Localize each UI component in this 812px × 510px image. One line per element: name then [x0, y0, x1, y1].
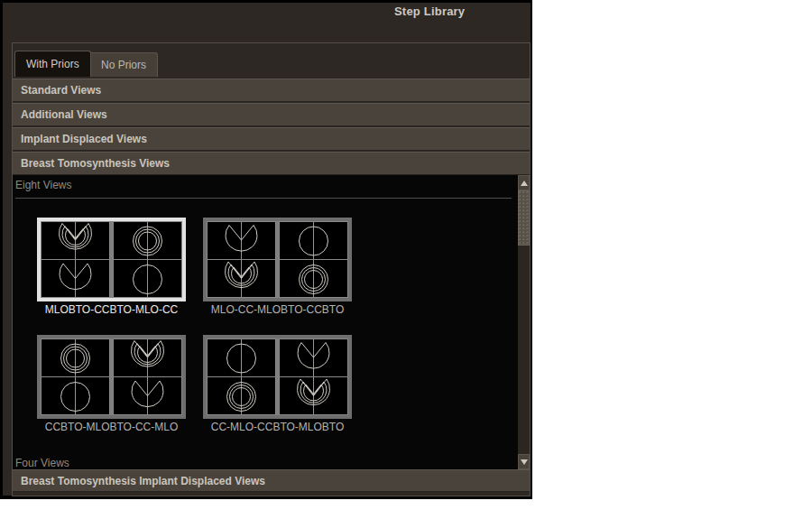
thumbnail-left-pane: [41, 338, 110, 415]
thumbnail-left-pane: [207, 338, 276, 415]
group-label-eight-views: Eight Views: [15, 179, 71, 191]
accordion-section-breast-tomosynthesis-implant-displaced-views[interactable]: Breast Tomosynthesis Implant Displaced V…: [13, 469, 530, 492]
accordion-section-breast-tomosynthesis-views[interactable]: Breast Tomosynthesis Views: [13, 152, 530, 175]
group-separator: [15, 198, 512, 199]
expanded-section-content: Eight ViewsMLOBTO-CCBTO-MLO-CCMLO-CC-MLO…: [13, 175, 518, 469]
view-thumbnail-cc-mlo-ccbto-mlobto[interactable]: [203, 335, 352, 419]
accordion-section-standard-views[interactable]: Standard Views: [13, 79, 530, 102]
scroll-up-icon: [521, 181, 528, 186]
scroll-down-button[interactable]: [518, 454, 530, 469]
scroll-down-icon: [521, 459, 528, 465]
thumbnail-left-pane: [207, 221, 276, 298]
group-label-four-views: Four Views: [15, 457, 69, 469]
thumbnail-label: MLOBTO-CCBTO-MLO-CC: [37, 303, 186, 316]
scroll-up-button[interactable]: [518, 175, 530, 190]
thumbnail-left-pane: [41, 221, 110, 298]
scrollbar[interactable]: [518, 175, 530, 469]
view-thumbnail-ccbto-mlobto-cc-mlo[interactable]: [37, 335, 186, 419]
thumbnail-right-pane: [279, 221, 348, 298]
thumbnail-right-pane: [113, 221, 182, 298]
accordion-stack: Standard ViewsAdditional ViewsImplant Di…: [13, 79, 530, 176]
accordion-section-implant-displaced-views[interactable]: Implant Displaced Views: [13, 127, 530, 151]
screen: Step Library With PriorsNo Priors Standa…: [0, 0, 812, 510]
view-thumbnail-mlobto-ccbto-mlo-cc[interactable]: [37, 218, 186, 301]
tab-with-priors[interactable]: With Priors: [14, 51, 91, 77]
tab-no-priors[interactable]: No Priors: [89, 52, 158, 77]
step-library-panel-body: Step Library With PriorsNo Priors Standa…: [3, 3, 531, 496]
thumbnail-label: CC-MLO-CCBTO-MLOBTO: [203, 421, 352, 433]
thumbnail-right-pane: [279, 338, 348, 415]
scrollbar-thumb[interactable]: [518, 190, 530, 246]
panel-title: Step Library: [394, 5, 465, 18]
thumbnail-right-pane: [113, 338, 182, 415]
view-thumbnail-mlo-cc-mlobto-ccbto[interactable]: [203, 218, 352, 301]
thumbnail-label: CCBTO-MLOBTO-CC-MLO: [37, 421, 186, 433]
accordion-section-additional-views[interactable]: Additional Views: [13, 103, 530, 126]
thumbnail-label: MLO-CC-MLOBTO-CCBTO: [203, 303, 352, 316]
step-library-panel: Step Library With PriorsNo Priors Standa…: [0, 0, 532, 499]
